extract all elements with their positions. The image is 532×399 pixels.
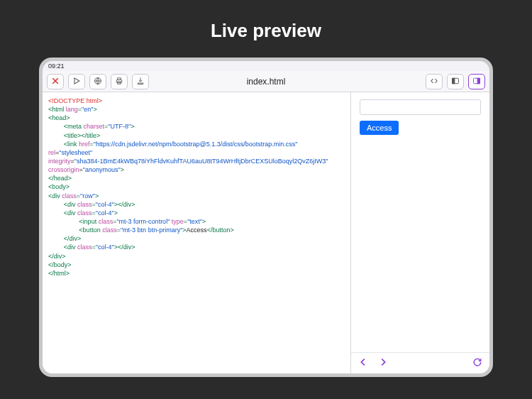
split-view: <!DOCTYPE html> <html lang="en"> <head> … <box>43 92 489 373</box>
preview-access-button[interactable]: Access <box>360 121 399 135</box>
code-view-button[interactable] <box>426 74 443 89</box>
code-icon <box>430 77 438 87</box>
device-frame: 09:21 index.html <box>39 58 493 377</box>
browser-button[interactable] <box>89 74 106 89</box>
close-icon <box>51 77 60 87</box>
preview-text-input[interactable] <box>360 99 481 115</box>
app-screen: 09:21 index.html <box>43 61 489 373</box>
code-line: <link href="https://cdn.jsdelivr.net/npm… <box>48 141 328 173</box>
globe-icon <box>94 77 102 87</box>
toolbar: index.html <box>43 71 489 92</box>
print-button[interactable] <box>111 74 128 89</box>
svg-rect-5 <box>453 78 455 84</box>
code-line: </div> <box>48 253 66 260</box>
nav-reload-button[interactable] <box>472 357 482 370</box>
code-line: </html> <box>48 270 70 277</box>
panel-left-icon <box>451 77 460 87</box>
code-line: <head> <box>48 114 70 121</box>
code-line: </body> <box>48 261 72 268</box>
code-line: <div class="col-4"></div> <box>64 244 135 251</box>
reload-icon <box>472 357 482 370</box>
code-line: <title></title> <box>64 132 101 139</box>
nav-forward-button[interactable] <box>378 357 388 370</box>
split-right-button[interactable] <box>468 74 485 89</box>
nav-back-button[interactable] <box>358 357 368 370</box>
code-editor[interactable]: <!DOCTYPE html> <html lang="en"> <head> … <box>43 92 350 373</box>
svg-rect-2 <box>118 77 121 80</box>
code-line: <html lang="en"> <box>48 106 97 113</box>
statusbar: 09:21 <box>43 61 489 71</box>
code-line: <div class="col-4"></div> <box>64 201 135 208</box>
preview-nav <box>351 352 489 373</box>
code-line: <body> <box>48 183 70 190</box>
chevron-left-icon <box>358 357 368 370</box>
code-line: </head> <box>48 175 72 182</box>
code-line: </div> <box>64 235 82 242</box>
chevron-right-icon <box>378 357 388 370</box>
code-line: <input class="mt-3 form-control" type="t… <box>79 218 206 225</box>
status-time: 09:21 <box>48 62 65 70</box>
close-button[interactable] <box>47 74 64 89</box>
code-line: <div class="row"> <box>48 192 99 200</box>
run-button[interactable] <box>68 74 85 89</box>
split-left-button[interactable] <box>447 74 464 89</box>
code-line: <button class="mt-3 btn btn-primary">Acc… <box>79 226 233 234</box>
download-icon <box>136 77 145 87</box>
printer-icon <box>115 77 123 87</box>
code-line: <div class="col-4"> <box>64 209 118 217</box>
svg-rect-7 <box>477 78 480 84</box>
code-line: <!DOCTYPE html> <box>48 97 102 104</box>
code-line: <meta charset="UTF-8"> <box>64 123 135 130</box>
page-title: Live preview <box>211 20 321 42</box>
filename-label: index.html <box>247 77 286 87</box>
download-button[interactable] <box>132 74 149 89</box>
panel-right-icon <box>472 77 481 87</box>
preview-pane: Access <box>351 92 489 373</box>
play-icon <box>72 77 81 87</box>
preview-body: Access <box>351 92 489 352</box>
